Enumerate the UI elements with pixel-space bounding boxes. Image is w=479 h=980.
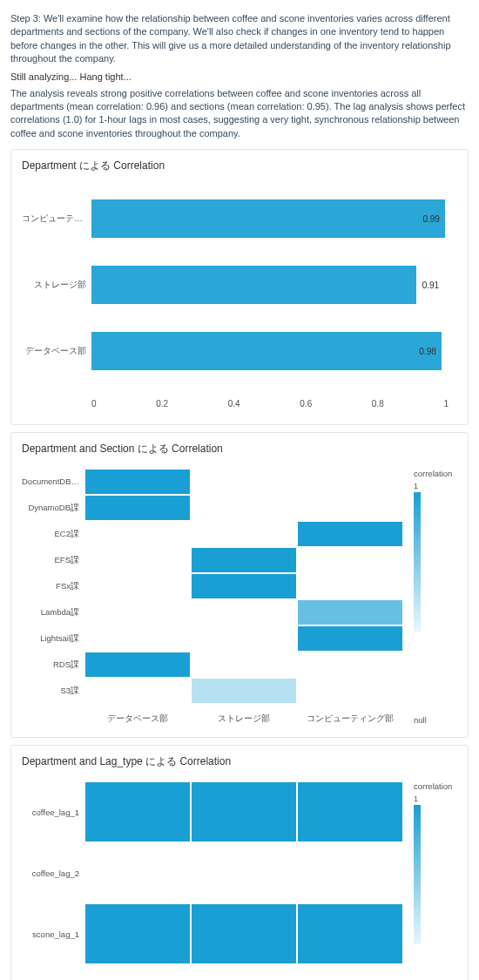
bar-rect[interactable]: 0.99 <box>91 199 445 238</box>
hm-cell[interactable] <box>192 652 296 677</box>
hm-cell[interactable] <box>298 600 402 625</box>
analysis-result: The analysis reveals strong positive cor… <box>10 87 469 141</box>
analyzing-msg: Still analyzing... Hang tight... <box>10 71 469 82</box>
xtick: 1 <box>443 399 449 409</box>
hm-cells <box>84 495 403 521</box>
bar-value-label: 0.99 <box>422 214 439 224</box>
hm-cell[interactable] <box>298 470 402 494</box>
hm-cell[interactable] <box>298 965 402 980</box>
heatmap-row: DocumentDB課 <box>22 469 403 495</box>
heatmap-row: RDS課 <box>22 652 403 678</box>
bar-chart[interactable]: コンピューティン...0.99ストレージ部0.91データベース部0.98 0 0… <box>22 186 457 412</box>
heatmap-row: DynamoDB課 <box>22 495 403 521</box>
hm-ylabel: RDS課 <box>22 659 84 671</box>
hm-cell[interactable] <box>298 652 402 677</box>
hm-cell[interactable] <box>85 965 190 980</box>
xtick: 0.4 <box>228 399 240 409</box>
bar-value-label: 0.91 <box>422 280 439 290</box>
hm-ylabel: coffee_lag_1 <box>22 808 84 817</box>
hm-cell[interactable] <box>192 843 296 902</box>
hm-cell[interactable] <box>192 679 296 703</box>
hm-ylabel: S3課 <box>22 686 84 697</box>
heatmap-dept-section[interactable]: DocumentDB課DynamoDB課EC2課EFS課FSx課Lambda課L… <box>22 469 403 725</box>
hm-cell[interactable] <box>298 782 402 841</box>
hm-cell[interactable] <box>85 548 190 572</box>
hm-cell[interactable] <box>192 782 296 841</box>
xtick: 0.8 <box>372 399 384 409</box>
xtick: 0.2 <box>156 399 168 409</box>
hm-cell[interactable] <box>85 496 190 520</box>
heatmap-row: S3課 <box>22 678 403 704</box>
hm-cell[interactable] <box>192 965 296 980</box>
hm-xlabel: データベース部 <box>84 713 191 725</box>
hm-cell[interactable] <box>85 574 190 598</box>
heatmap3-legend: correlation 1 null <box>403 781 457 980</box>
heatmap-row: Lightsail課 <box>22 625 403 652</box>
hm-cell[interactable] <box>85 626 190 651</box>
hm-cells <box>84 964 403 980</box>
hm-cell[interactable] <box>192 600 296 625</box>
hm-cell[interactable] <box>85 470 190 494</box>
bar-x-axis: 0 0.2 0.4 0.6 0.8 1 <box>91 399 449 409</box>
chart3-title: Department and Lag_type による Correlation <box>22 754 457 769</box>
legend-max: 1 <box>414 794 457 803</box>
hm-cell[interactable] <box>298 548 402 572</box>
hm-cells <box>84 903 403 964</box>
hm-ylabel: DynamoDB課 <box>22 503 84 514</box>
hm-cell[interactable] <box>298 574 402 598</box>
heatmap2-legend: correlation 1 null <box>403 469 457 725</box>
hm-cells <box>84 573 403 599</box>
hm-cell[interactable] <box>192 496 296 520</box>
chart-dept-lag-correlation: Department and Lag_type による Correlation … <box>10 745 469 980</box>
heatmap-row: scone_lag_2 <box>22 964 403 980</box>
legend-max: 1 <box>414 482 457 490</box>
hm-cell[interactable] <box>192 574 296 598</box>
heatmap-row: coffee_lag_1 <box>22 781 403 842</box>
hm-cell[interactable] <box>192 522 296 546</box>
hm-cell[interactable] <box>298 522 402 546</box>
hm-ylabel: FSx課 <box>22 581 84 592</box>
hm-cell[interactable] <box>85 843 190 902</box>
xtick: 0.6 <box>300 399 312 409</box>
xtick: 0 <box>91 399 97 409</box>
hm-cell[interactable] <box>298 679 402 703</box>
hm-cells <box>84 842 403 903</box>
hm-ylabel: Lightsail課 <box>22 633 84 645</box>
hm-ylabel: coffee_lag_2 <box>22 868 84 878</box>
hm-cells <box>84 469 403 495</box>
hm-cell[interactable] <box>85 600 190 625</box>
hm-cell[interactable] <box>298 626 402 651</box>
heatmap-dept-lag[interactable]: coffee_lag_1coffee_lag_2scone_lag_1scone… <box>22 781 403 980</box>
hm-cell[interactable] <box>85 904 190 963</box>
hm-cell[interactable] <box>298 496 402 520</box>
chart-department-correlation: Department による Correlation コンピューティン...0.… <box>10 149 469 425</box>
legend-title: correlation <box>414 781 457 791</box>
chart2-title: Department and Section による Correlation <box>22 442 457 456</box>
step3-text: Step 3: We'll examine how the relationsh… <box>10 12 469 66</box>
bar-rect[interactable]: 0.91 <box>91 266 416 304</box>
heatmap-row: Lambda課 <box>22 599 403 625</box>
hm-ylabel: scone_lag_1 <box>22 929 84 939</box>
hm-cell[interactable] <box>192 626 296 651</box>
hm-cells <box>84 625 403 652</box>
bar-y-label: ストレージ部 <box>22 279 86 291</box>
heatmap-row: FSx課 <box>22 573 403 599</box>
bar-rect[interactable]: 0.98 <box>91 332 442 370</box>
heatmap-row: EFS課 <box>22 547 403 573</box>
hm-cell[interactable] <box>298 904 402 963</box>
hm-cell[interactable] <box>85 652 190 677</box>
hm-cell[interactable] <box>192 904 296 963</box>
hm-cell[interactable] <box>85 679 190 703</box>
hm-cell[interactable] <box>192 548 296 572</box>
hm-ylabel: DocumentDB課 <box>22 476 84 488</box>
hm-cell[interactable] <box>192 470 296 494</box>
hm-ylabel: EFS課 <box>22 555 84 566</box>
hm-cells <box>84 781 403 842</box>
bar-y-label: コンピューティン... <box>22 213 86 225</box>
hm-cell[interactable] <box>298 843 402 902</box>
hm-cell[interactable] <box>85 522 190 546</box>
hm-cell[interactable] <box>85 782 190 841</box>
hm-xlabel: ストレージ部 <box>191 713 297 725</box>
hm-cells <box>84 652 403 678</box>
hm-cells <box>84 599 403 625</box>
